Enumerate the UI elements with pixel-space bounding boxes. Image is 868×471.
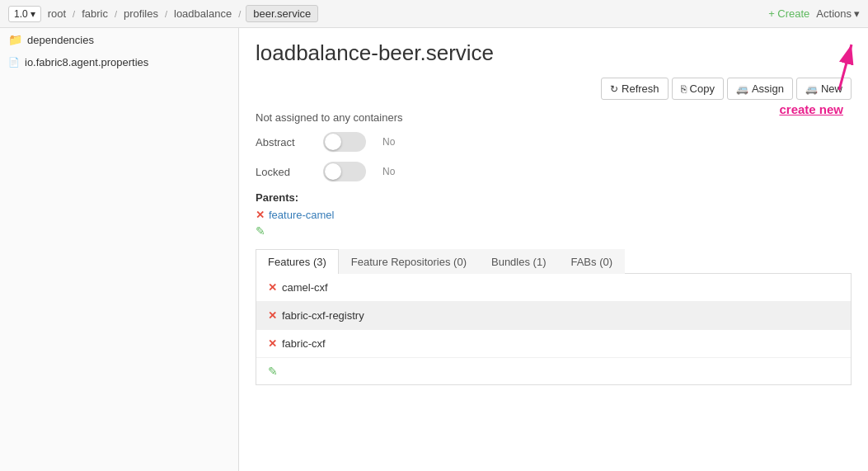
feature-name-0: camel-cxf	[282, 281, 328, 294]
locked-value: No	[382, 166, 395, 177]
remove-parent-icon[interactable]: ✕	[256, 209, 265, 221]
abstract-row: Abstract No	[256, 132, 852, 152]
locked-toggle[interactable]	[323, 162, 366, 181]
abstract-value: No	[382, 136, 395, 148]
breadcrumb-profiles[interactable]: profiles	[122, 7, 160, 20]
sidebar-item-properties[interactable]: 📄 io.fabric8.agent.properties	[0, 51, 238, 73]
parents-section: Parents: ✕ feature-camel ✎	[256, 191, 852, 238]
status-text: Not assigned to any containers	[256, 111, 852, 124]
abstract-knob	[325, 134, 341, 150]
version-label: 1.0	[14, 8, 28, 20]
actions-label: Actions	[816, 7, 852, 20]
tab-fabs[interactable]: FABs (0)	[558, 249, 625, 274]
actions-button[interactable]: Actions ▾	[816, 7, 860, 20]
add-parent-icon[interactable]: ✎	[256, 224, 265, 238]
abstract-label: Abstract	[256, 136, 313, 148]
svg-line-1	[839, 45, 852, 90]
remove-feature-0-icon[interactable]: ✕	[268, 281, 277, 294]
copy-label: Copy	[690, 82, 715, 95]
feature-row-0: ✕ camel-cxf	[256, 274, 851, 302]
feature-add-row: ✎	[256, 358, 851, 384]
breadcrumb-active[interactable]: beer.service	[246, 5, 318, 22]
tab-content-features: ✕ camel-cxf ✕ fabric-cxf-registry ✕ fabr…	[256, 274, 852, 385]
nav-actions: + Create Actions ▾	[768, 7, 860, 20]
breadcrumb-root[interactable]: root	[46, 7, 68, 20]
tab-feature-repositories[interactable]: Feature Repositories (0)	[339, 249, 479, 274]
file-icon: 📄	[8, 57, 20, 68]
breadcrumb-area: 1.0 ▾ root / fabric / profiles / loadbal…	[8, 5, 318, 22]
sidebar-item-label: io.fabric8.agent.properties	[25, 56, 148, 68]
sep1: /	[73, 9, 75, 19]
sidebar-item-label: dependencies	[27, 34, 94, 46]
sep3: /	[165, 9, 167, 19]
tab-features[interactable]: Features (3)	[256, 249, 339, 274]
annotation-arrow	[790, 32, 856, 98]
feature-name-1: fabric-cxf-registry	[282, 309, 364, 322]
locked-knob	[325, 163, 341, 180]
locked-row: Locked No	[256, 162, 852, 181]
sidebar-item-dependencies[interactable]: 📁 dependencies	[0, 28, 238, 51]
toolbar: ↻ Refresh ⎘ Copy 🚐 Assign 🚐 New	[256, 78, 852, 100]
actions-chevron: ▾	[854, 7, 860, 20]
copy-button[interactable]: ⎘ Copy	[672, 78, 724, 100]
add-feature-icon[interactable]: ✎	[268, 365, 278, 378]
top-nav: 1.0 ▾ root / fabric / profiles / loadbal…	[0, 0, 868, 28]
refresh-icon: ↻	[610, 83, 618, 95]
version-selector[interactable]: 1.0 ▾	[8, 6, 41, 22]
tabs-section: Features (3) Feature Repositories (0) Bu…	[256, 249, 852, 385]
sep2: /	[115, 9, 117, 19]
main-content: loadbalance-beer.service ↻ Refresh ⎘ Cop…	[239, 28, 868, 471]
refresh-label: Refresh	[622, 82, 659, 95]
parents-label: Parents:	[256, 191, 852, 204]
sep4: /	[238, 9, 241, 19]
breadcrumb-fabric[interactable]: fabric	[80, 7, 110, 20]
refresh-button[interactable]: ↻ Refresh	[601, 78, 669, 100]
create-button[interactable]: + Create	[768, 7, 809, 20]
copy-icon: ⎘	[681, 83, 687, 95]
feature-row-1: ✕ fabric-cxf-registry	[256, 302, 851, 330]
add-parent-row: ✎	[256, 224, 852, 238]
tab-list: Features (3) Feature Repositories (0) Bu…	[256, 249, 852, 274]
parent-link-feature-camel[interactable]: feature-camel	[269, 209, 334, 221]
folder-icon: 📁	[8, 33, 22, 46]
page-title: loadbalance-beer.service	[256, 40, 852, 66]
parent-item-0: ✕ feature-camel	[256, 209, 852, 221]
assign-label: Assign	[752, 82, 784, 95]
remove-feature-2-icon[interactable]: ✕	[268, 337, 277, 350]
version-chevron: ▾	[30, 8, 35, 20]
feature-row-2: ✕ fabric-cxf	[256, 330, 851, 358]
assign-icon: 🚐	[736, 83, 748, 95]
breadcrumb-loadbalance[interactable]: loadbalance	[172, 7, 233, 20]
layout: 📁 dependencies 📄 io.fabric8.agent.proper…	[0, 28, 868, 471]
abstract-toggle[interactable]	[323, 132, 366, 152]
annotation-wrapper: create new	[779, 94, 843, 116]
locked-label: Locked	[256, 166, 313, 178]
feature-name-2: fabric-cxf	[282, 337, 326, 350]
annotation-label: create new	[779, 102, 843, 116]
sidebar: 📁 dependencies 📄 io.fabric8.agent.proper…	[0, 28, 239, 471]
tab-bundles[interactable]: Bundles (1)	[479, 249, 558, 274]
remove-feature-1-icon[interactable]: ✕	[268, 309, 277, 322]
